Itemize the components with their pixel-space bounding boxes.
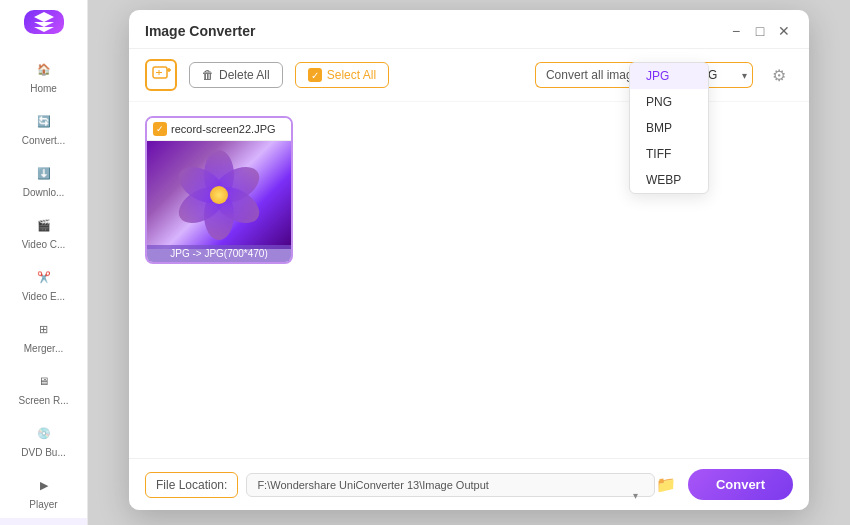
minimize-button[interactable]: − — [727, 22, 745, 40]
flower-art — [147, 141, 291, 249]
file-path-input[interactable] — [246, 473, 655, 497]
select-all-button[interactable]: ✓ Select All — [295, 62, 389, 88]
format-option-png[interactable]: PNG — [630, 89, 708, 115]
sidebar-item-player[interactable]: ▶ Player — [0, 466, 87, 518]
gear-icon: ⚙ — [772, 66, 786, 85]
main-area: Image Converter − □ ✕ — [88, 0, 850, 525]
maximize-button[interactable]: □ — [751, 22, 769, 40]
convert-button[interactable]: Convert — [688, 469, 793, 500]
image-filename: record-screen22.JPG — [171, 123, 276, 135]
settings-button[interactable]: ⚙ — [765, 61, 793, 89]
image-card-caption: JPG -> JPG(700*470) — [147, 245, 291, 262]
image-thumbnail — [147, 141, 291, 249]
sidebar-item-convert[interactable]: 🔄 Convert... — [0, 102, 87, 154]
close-button[interactable]: ✕ — [775, 22, 793, 40]
format-option-bmp[interactable]: BMP — [630, 115, 708, 141]
convert-icon: 🔄 — [33, 110, 55, 132]
delete-all-button[interactable]: 🗑 Delete All — [189, 62, 283, 88]
sidebar-item-merger[interactable]: ⊞ Merger... — [0, 310, 87, 362]
add-files-button[interactable] — [145, 59, 177, 91]
trash-icon: 🗑 — [202, 68, 214, 82]
image-converter-modal: Image Converter − □ ✕ — [129, 10, 809, 510]
sidebar-item-video-convert[interactable]: 🎬 Video C... — [0, 206, 87, 258]
sidebar-item-video-edit[interactable]: ✂️ Video E... — [0, 258, 87, 310]
screen-icon: 🖥 — [33, 370, 55, 392]
dvd-icon: 💿 — [33, 422, 55, 444]
app-logo — [24, 10, 64, 34]
image-card[interactable]: ✓ record-screen22.JPG — [145, 116, 293, 264]
home-icon: 🏠 — [33, 58, 55, 80]
modal-title: Image Converter — [145, 23, 255, 39]
browse-folder-button[interactable]: 📁 — [652, 471, 680, 499]
sidebar-item-dvd[interactable]: 💿 DVD Bu... — [0, 414, 87, 466]
video-icon: 🎬 — [33, 214, 55, 236]
player-icon: ▶ — [33, 474, 55, 496]
flower-center — [210, 186, 228, 204]
sidebar: 🏠 Home 🔄 Convert... ⬇️ Downlo... 🎬 Video… — [0, 0, 88, 525]
sidebar-item-toolbox[interactable]: 🧰 Toolbox — [0, 518, 87, 525]
add-icon — [151, 63, 171, 87]
modal-footer: File Location: ▾ 📁 Convert — [129, 458, 809, 510]
checkbox-checked-icon: ✓ — [308, 68, 322, 82]
checkbox-checked-icon: ✓ — [153, 122, 167, 136]
edit-icon: ✂️ — [33, 266, 55, 288]
format-option-jpg[interactable]: JPG — [630, 63, 708, 89]
modal-overlay: Image Converter − □ ✕ — [88, 0, 850, 525]
download-icon: ⬇️ — [33, 162, 55, 184]
modal-controls: − □ ✕ — [727, 22, 793, 40]
sidebar-item-home[interactable]: 🏠 Home — [0, 50, 87, 102]
sidebar-item-screen[interactable]: 🖥 Screen R... — [0, 362, 87, 414]
folder-icon: 📁 — [656, 475, 676, 494]
modal-titlebar: Image Converter − □ ✕ — [129, 10, 809, 49]
format-option-tiff[interactable]: TIFF — [630, 141, 708, 167]
file-location-label: File Location: — [145, 472, 238, 498]
format-dropdown-popup: JPG PNG BMP TIFF WEBP — [629, 62, 709, 194]
image-card-header: ✓ record-screen22.JPG — [147, 118, 291, 141]
format-option-webp[interactable]: WEBP — [630, 167, 708, 193]
merge-icon: ⊞ — [33, 318, 55, 340]
sidebar-item-download[interactable]: ⬇️ Downlo... — [0, 154, 87, 206]
